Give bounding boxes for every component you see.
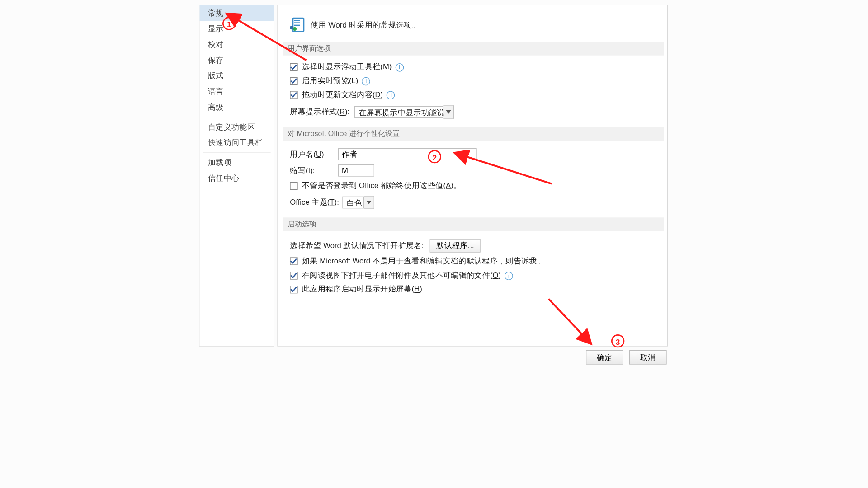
- section-personalize: 对 Microsoft Office 进行个性化设置: [283, 127, 664, 141]
- checkbox-live-preview[interactable]: [290, 77, 297, 85]
- sidebar-item-proofing[interactable]: 校对: [199, 37, 274, 52]
- options-main-panel: 使用 Word 时采用的常规选项。 用户界面选项 选择时显示浮动工具栏(M) i…: [277, 5, 668, 347]
- sidebar-item-addins[interactable]: 加载项: [199, 155, 274, 171]
- office-theme-label: Office 主题(T):: [290, 197, 339, 208]
- checkbox-always-use-values[interactable]: [290, 182, 297, 190]
- ok-button[interactable]: 确定: [586, 350, 623, 365]
- office-theme-select[interactable]: 白色: [343, 197, 364, 209]
- chevron-down-icon[interactable]: [443, 105, 454, 118]
- annotation-badge-2: 2: [428, 150, 441, 163]
- checkbox-mini-toolbar-label: 选择时显示浮动工具栏(M): [302, 62, 392, 72]
- word-options-dialog: 常规 显示 校对 保存 版式 语言 高级 自定义功能区 快速访问工具栏 加载项 …: [108, 0, 760, 488]
- sidebar-item-advanced[interactable]: 高级: [199, 99, 274, 115]
- info-icon: i: [395, 63, 404, 71]
- sidebar-item-trustcenter[interactable]: 信任中心: [199, 170, 274, 186]
- info-icon: i: [505, 272, 513, 280]
- username-label: 用户名(U):: [290, 149, 338, 160]
- checkbox-tell-if-not-default-label: 如果 Microsoft Word 不是用于查看和编辑文档的默认程序，则告诉我。: [302, 256, 545, 267]
- sidebar-item-qat[interactable]: 快速访问工具栏: [199, 135, 274, 151]
- checkbox-mini-toolbar[interactable]: [290, 63, 297, 71]
- sidebar-separator: [203, 117, 271, 117]
- sidebar-item-display[interactable]: 显示: [199, 21, 274, 37]
- checkbox-show-start-screen-label: 此应用程序启动时显示开始屏幕(H): [302, 284, 422, 295]
- initials-label: 缩写(I):: [290, 165, 338, 176]
- sidebar-item-customize-ribbon[interactable]: 自定义功能区: [199, 119, 274, 135]
- sidebar-item-layout[interactable]: 版式: [199, 68, 274, 84]
- category-sidebar: 常规 显示 校对 保存 版式 语言 高级 自定义功能区 快速访问工具栏 加载项 …: [199, 5, 274, 347]
- screentip-style-select[interactable]: 在屏幕提示中显示功能说明: [354, 106, 443, 118]
- annotation-badge-1: 1: [222, 17, 236, 30]
- checkbox-drag-update-label: 拖动时更新文档内容(D): [302, 90, 383, 100]
- sidebar-item-save[interactable]: 保存: [199, 52, 274, 68]
- checkbox-open-attachments-reading-label: 在阅读视图下打开电子邮件附件及其他不可编辑的文件(O): [302, 271, 501, 281]
- checkbox-always-use-values-label: 不管是否登录到 Office 都始终使用这些值(A)。: [302, 181, 461, 191]
- section-startup: 启动选项: [283, 217, 664, 231]
- panel-header-title: 使用 Word 时采用的常规选项。: [311, 20, 420, 31]
- cancel-button[interactable]: 取消: [629, 350, 667, 365]
- general-options-icon: [290, 18, 306, 33]
- panel-header: 使用 Word 时采用的常规选项。: [290, 15, 657, 35]
- sidebar-item-language[interactable]: 语言: [199, 84, 274, 99]
- annotation-badge-3: 3: [611, 334, 624, 347]
- initials-input[interactable]: [338, 164, 374, 177]
- checkbox-tell-if-not-default[interactable]: [290, 257, 297, 265]
- checkbox-drag-update[interactable]: [290, 91, 297, 99]
- default-extensions-label: 选择希望 Word 默认情况下打开扩展名:: [290, 241, 424, 251]
- username-input[interactable]: [338, 148, 477, 160]
- info-icon: i: [387, 91, 395, 99]
- screentip-style-label: 屏幕提示样式(R):: [290, 107, 349, 117]
- sidebar-separator: [203, 152, 271, 153]
- checkbox-live-preview-label: 启用实时预览(L): [302, 76, 358, 86]
- section-ui-options: 用户界面选项: [283, 42, 664, 56]
- default-programs-button[interactable]: 默认程序...: [430, 239, 481, 252]
- sidebar-item-general[interactable]: 常规: [199, 5, 274, 21]
- info-icon: i: [362, 77, 370, 85]
- chevron-down-icon[interactable]: [364, 196, 375, 209]
- checkbox-open-attachments-reading[interactable]: [290, 272, 297, 279]
- checkbox-show-start-screen[interactable]: [290, 286, 297, 293]
